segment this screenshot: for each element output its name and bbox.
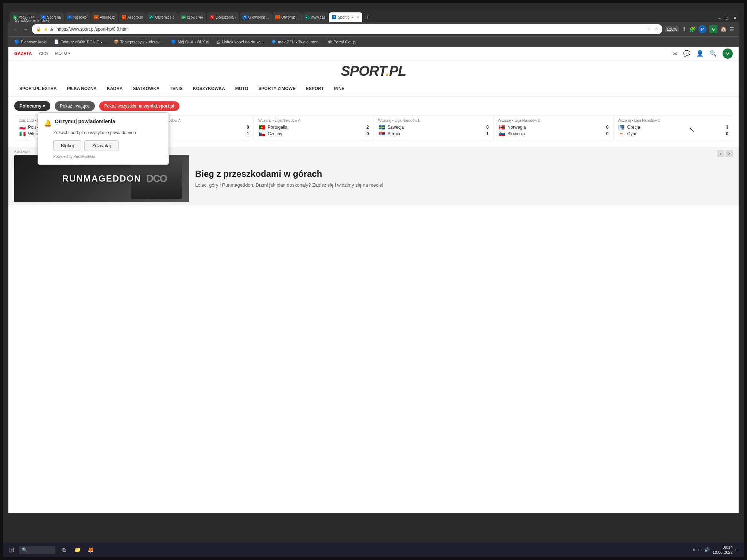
tab-otwornic-2[interactable]: a Otwornic... xyxy=(272,12,302,22)
start-button[interactable]: ⊞ xyxy=(6,544,18,556)
bookmark-gov[interactable]: 🏛 Portal Gov.pl xyxy=(325,39,359,45)
mail-icon[interactable]: ✉ xyxy=(673,50,677,57)
tab-favicon-ogloszenia: G xyxy=(210,15,214,19)
match-row-szwecja: 🇸🇪 Szwecja 0 xyxy=(378,125,489,130)
minimize-button[interactable]: − xyxy=(717,16,722,20)
ad-info-button[interactable]: i xyxy=(717,150,724,157)
ad-close-button[interactable]: ✕ xyxy=(725,150,733,157)
bookmark-unitek-favicon: 🖨 xyxy=(216,40,220,44)
ad-subtitle: Lolec, góry i Runmageddon. Brzmi jak pla… xyxy=(195,182,733,188)
top-nav-cko[interactable]: CKO xyxy=(39,51,48,56)
nav-sporty-zimowe[interactable]: SPORTY ZIMOWE xyxy=(253,82,301,96)
close-window-button[interactable]: ✕ xyxy=(732,16,737,20)
home-button[interactable]: 🏠 xyxy=(720,26,727,32)
taskbar-task-view[interactable]: ⧉ xyxy=(58,544,70,556)
nav-siatkowka[interactable]: SIATKÓWKA xyxy=(128,82,165,96)
team-szwecja: Szwecja xyxy=(388,125,482,130)
taskbar-firefox[interactable]: 🦊 xyxy=(85,544,96,556)
tray-show-desktop[interactable]: □ xyxy=(736,547,738,552)
chat-icon[interactable]: 💬 xyxy=(683,50,690,57)
match-row-portugalia: 🇵🇹 Portugalia 2 xyxy=(258,125,369,130)
tab-google-otwornic[interactable]: G G otwornic... xyxy=(240,12,272,22)
tab-favicon-otwornice: O xyxy=(149,15,154,19)
bookmark-mojepzu[interactable]: 🔷 mojePZU - Twoje inter... xyxy=(268,39,324,45)
extensions-icon[interactable]: 🧩 xyxy=(689,26,696,32)
match-row-serbia: 🇷🇸 Serbia 1 xyxy=(378,131,489,136)
nav-sport-extra[interactable]: SPORT.PL EXTRA xyxy=(14,82,62,96)
tab-allegro-2[interactable]: a Allegro.pl xyxy=(119,12,146,22)
nav-inne[interactable]: INNE xyxy=(329,82,350,96)
search-icon[interactable]: 🔍 xyxy=(709,50,717,57)
flag-czechy: 🇨🇿 xyxy=(258,131,266,136)
bookmark-star-icon[interactable]: ☆ xyxy=(647,27,651,32)
sport-top-nav: GAZETA CKO MOTO ▾ ✉ 💬 👤 🔍 G xyxy=(8,47,739,61)
nav-tenis[interactable]: TENIS xyxy=(165,82,187,96)
taskbar-search[interactable]: 🔍 xyxy=(19,546,55,554)
team-czechy: Czechy xyxy=(268,131,362,136)
tray-notification-arrow[interactable]: ∧ xyxy=(692,547,696,552)
tab-ogloszenia[interactable]: G Ogłoszenia - xyxy=(207,12,239,22)
tab-favicon-google-otwornic: G xyxy=(243,15,247,19)
flag-serbia: 🇷🇸 xyxy=(378,131,386,136)
score-szwecja: 0 xyxy=(484,125,489,130)
nav-moto[interactable]: MOTO xyxy=(230,82,253,96)
polecamy-button[interactable]: Polecamy ▾ xyxy=(14,101,50,111)
tab-sport-active[interactable]: S Sport.pl × ✕ xyxy=(329,12,362,22)
tab-otwornice[interactable]: O Otwornice d xyxy=(146,12,177,22)
nav-pilka-nozna[interactable]: PIŁKA NOŻNA xyxy=(62,82,102,96)
zoom-indicator: 120% xyxy=(665,26,679,32)
team-portugalia: Portugalia xyxy=(268,125,362,130)
taskbar-file-explorer[interactable]: 📁 xyxy=(71,544,83,556)
user-icon[interactable]: 👤 xyxy=(696,50,704,57)
flag-szwecja: 🇸🇪 xyxy=(378,125,386,130)
tab-allegro-1[interactable]: a Allegro.pl xyxy=(91,12,118,22)
address-input-wrapper[interactable]: 🔒 ⚡ 🔊 https://www.sport.pl/sport-hp/0,0.… xyxy=(32,24,662,34)
bookmark-olx[interactable]: 🔵 Mój OLX • OLX.pl xyxy=(168,39,212,45)
reload-button[interactable]: ↺ xyxy=(654,27,658,32)
pokaz-trwajace-button[interactable]: Pokaż trwające xyxy=(55,101,94,111)
block-button[interactable]: Blokuj xyxy=(53,140,81,151)
extension-btn[interactable]: G xyxy=(709,25,717,33)
extension-icon-lock: ⚡ xyxy=(43,27,48,31)
tray-time: 09:14 xyxy=(713,545,733,550)
taskbar-icons: ⧉ 📁 🦊 xyxy=(58,544,96,556)
pokaz-wszystkie-button[interactable]: Pokaż wszystkie na wyniki.sport.pl xyxy=(99,101,179,111)
forward-button[interactable]: → xyxy=(22,25,30,34)
bookmark-pierwsze-kroki[interactable]: 🔵 Pierwsze kroki xyxy=(11,39,50,45)
top-nav-gazetaw[interactable]: GAZETA xyxy=(14,51,32,56)
back-button[interactable]: ← xyxy=(11,25,19,34)
downloads-icon[interactable]: ⬇ xyxy=(682,26,686,32)
league-label-3: Wczoraj • Liga Narodów A xyxy=(258,118,369,122)
nav-esport[interactable]: ESPORT xyxy=(301,82,329,96)
tray-volume-icon[interactable]: 🔊 xyxy=(704,547,710,552)
match-group-liga-b-2: Wczoraj • Liga Narodów B 🇳🇴 Norwegia 0 🇸… xyxy=(494,116,614,141)
tab-niepokój[interactable]: S Niepokój xyxy=(65,12,90,22)
flag-wlochy: 🇮🇹 xyxy=(19,131,26,136)
match-row-slowenia: 🇸🇮 Słowenia 0 xyxy=(498,131,609,136)
bookmark-unitek[interactable]: 🖨 Unitek kabel do druka... xyxy=(213,39,267,45)
league-label-6: Wczoraj • Liga Narodów C xyxy=(618,118,729,122)
nav-koszykowka[interactable]: KOSZYKÓWKA xyxy=(188,82,230,96)
score-czechy: 0 xyxy=(364,131,369,136)
bookmark-tanie[interactable]: 📦 Tanieprzesylkikurierski... xyxy=(111,39,167,45)
tray-time-date: 09:14 10.06.2022 xyxy=(713,545,733,555)
profile-button[interactable]: P xyxy=(698,25,707,33)
bookmark-faktury[interactable]: 📄 Faktury eBOK PGNiG - ... xyxy=(51,39,109,45)
tab-www-cas[interactable]: c| www.cas xyxy=(302,12,328,22)
top-nav-moto[interactable]: MOTO ▾ xyxy=(55,51,70,56)
new-tab-button[interactable]: + xyxy=(363,12,372,22)
profile-avatar[interactable]: G xyxy=(723,48,733,59)
flag-slowenia: 🇸🇮 xyxy=(498,131,505,136)
tab-o2-2[interactable]: @ @o2 (744 xyxy=(178,12,206,22)
tray-date: 10.06.2022 xyxy=(713,550,733,555)
flag-portugalia: 🇵🇹 xyxy=(258,125,266,130)
tab-close-sport[interactable]: ✕ xyxy=(356,15,359,19)
tray-system-icons: □ xyxy=(698,547,701,552)
menu-button[interactable]: ☰ xyxy=(729,26,734,32)
score-grecja: 3 xyxy=(723,125,728,130)
allow-button[interactable]: Zezwalaj xyxy=(84,140,118,151)
match-row-norwegia: 🇳🇴 Norwegia 0 xyxy=(498,125,609,130)
maximize-button[interactable]: □ xyxy=(725,16,729,20)
nav-kadra[interactable]: KADRA xyxy=(102,82,128,96)
bookmarks-bar: 🔵 Pierwsze kroki 📄 Faktury eBOK PGNiG - … xyxy=(8,36,739,47)
